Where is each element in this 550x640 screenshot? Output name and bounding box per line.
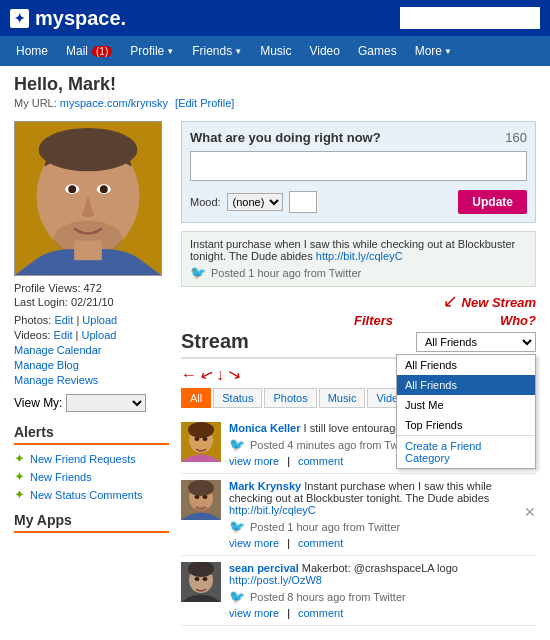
edit-profile-link[interactable]: [Edit Profile] [175, 97, 234, 109]
videos-edit-link[interactable]: Edit [54, 329, 73, 341]
tweet-meta: 🐦 Posted 1 hour ago from Twitter [190, 265, 527, 280]
profile-photo-svg [15, 121, 161, 276]
dropdown-create-category[interactable]: Create a Friend Category [397, 436, 535, 468]
nav-friends[interactable]: Friends ▼ [184, 40, 250, 62]
manage-calendar-link[interactable]: Manage Calendar [14, 344, 101, 356]
manage-blog-link[interactable]: Manage Blog [14, 359, 79, 371]
status-textarea[interactable] [190, 151, 527, 181]
stream-name-mark[interactable]: Mark Krynsky [229, 480, 301, 492]
tab-music[interactable]: Music [319, 388, 366, 408]
videos-upload-link[interactable]: Upload [82, 329, 117, 341]
stream-meta-sean: 🐦 Posted 8 hours ago from Twitter [229, 589, 536, 604]
comment-sean[interactable]: comment [298, 607, 343, 619]
arrow-down-2-icon: ↓ [216, 366, 224, 384]
photos-row: Photos: Edit | Upload [14, 314, 169, 326]
stream-link-sean[interactable]: http://post.ly/OzW8 [229, 574, 322, 586]
close-mark[interactable]: ✕ [524, 504, 536, 520]
nav-music[interactable]: Music [252, 40, 299, 62]
alert-status-comments[interactable]: ✦ New Status Comments [14, 487, 169, 502]
manage-blog-row[interactable]: Manage Blog [14, 359, 169, 371]
view-more-sean[interactable]: view more [229, 607, 279, 619]
twitter-icon-sean: 🐦 [229, 589, 245, 604]
stream-link-mark[interactable]: http://bit.ly/cqleyC [229, 504, 316, 516]
manage-reviews-link[interactable]: Manage Reviews [14, 374, 98, 386]
search-input[interactable] [400, 7, 540, 29]
hello-section: Hello, Mark! My URL: myspace.com/krynsky… [0, 66, 550, 113]
search-box[interactable] [400, 7, 540, 29]
avatar-sean [181, 562, 221, 602]
tab-all[interactable]: All [181, 388, 211, 408]
hello-title: Hello, Mark! [14, 74, 536, 95]
filters-annotation: Filters [211, 313, 536, 328]
mood-row: Mood: (none) Update [190, 190, 527, 214]
status-box: What are you doing right now? 160 Mood: … [181, 121, 536, 223]
nav-video[interactable]: Video [301, 40, 347, 62]
profile-links: Photos: Edit | Upload Videos: Edit | Upl… [14, 314, 169, 386]
stream-name-sean[interactable]: sean percival [229, 562, 299, 574]
logo: ✦ myspace. [10, 7, 126, 30]
alert-new-friends[interactable]: ✦ New Friends [14, 469, 169, 484]
dropdown-just-me[interactable]: Just Me [397, 395, 535, 415]
twitter-icon-monica: 🐦 [229, 437, 245, 452]
manage-reviews-row[interactable]: Manage Reviews [14, 374, 169, 386]
dropdown-all-friends-selected[interactable]: All Friends [397, 375, 535, 395]
alert-label-1: New Friend Requests [30, 453, 136, 465]
view-my-label: View My: [14, 396, 62, 410]
svg-point-23 [195, 577, 200, 581]
view-my-select[interactable] [66, 394, 146, 412]
right-column: What are you doing right now? 160 Mood: … [181, 121, 536, 626]
sep-sean: | [287, 607, 290, 619]
update-button[interactable]: Update [458, 190, 527, 214]
comment-monica[interactable]: comment [298, 455, 343, 467]
tab-photos[interactable]: Photos [264, 388, 316, 408]
profile-arrow-icon: ▼ [166, 47, 174, 56]
stream-filter-select[interactable]: All Friends Just Me Top Friends [416, 332, 536, 352]
filters-label: Filters [354, 313, 393, 328]
nav-more[interactable]: More ▼ [407, 40, 460, 62]
who-annotation: Who? [500, 313, 536, 328]
nav-profile[interactable]: Profile ▼ [122, 40, 182, 62]
avatar-monica [181, 422, 221, 462]
tab-status[interactable]: Status [213, 388, 262, 408]
stream-name-monica[interactable]: Monica Keller [229, 422, 301, 434]
login-date: 02/21/10 [71, 296, 114, 308]
sep-mark: | [287, 537, 290, 549]
photos-upload-link[interactable]: Upload [82, 314, 117, 326]
alerts-section: Alerts ✦ New Friend Requests ✦ New Frien… [14, 424, 169, 502]
stream-actions-sean: view more | comment [229, 607, 536, 619]
twitter-icon-mark: 🐦 [229, 519, 245, 534]
url-link[interactable]: myspace.com/krynsky [60, 97, 168, 109]
stream-time-monica: Posted 4 minutes ago from Twitter [250, 439, 417, 451]
stream-header: Stream All Friends Just Me Top Friends A… [181, 330, 536, 359]
alerts-title: Alerts [14, 424, 169, 445]
dropdown-top-friends[interactable]: Top Friends [397, 415, 535, 435]
nav-games[interactable]: Games [350, 40, 405, 62]
mood-select[interactable]: (none) [227, 193, 283, 211]
mood-color-picker[interactable] [289, 191, 317, 213]
alert-label-2: New Friends [30, 471, 92, 483]
main-content: Profile Views: 472 Last Login: 02/21/10 … [0, 113, 550, 634]
view-more-monica[interactable]: view more [229, 455, 279, 467]
alert-icon-3: ✦ [14, 487, 25, 502]
manage-calendar-row[interactable]: Manage Calendar [14, 344, 169, 356]
friends-arrow-icon: ▼ [234, 47, 242, 56]
stream-text-sean: Makerbot: @crashspaceLA logo [302, 562, 458, 574]
photos-edit-link[interactable]: Edit [54, 314, 73, 326]
arrow-down-1-icon: ↙ [197, 363, 216, 385]
dropdown-all-friends[interactable]: All Friends [397, 355, 535, 375]
new-stream-arrow-icon: ↗ [443, 291, 458, 313]
tweet-link[interactable]: http://bit.ly/cqleyC [316, 250, 403, 262]
nav-bar: Home Mail (1) Profile ▼ Friends ▼ Music … [0, 36, 550, 66]
nav-mail[interactable]: Mail (1) [58, 40, 120, 62]
comment-mark[interactable]: comment [298, 537, 343, 549]
tweet-meta-text: Posted 1 hour ago from Twitter [211, 267, 361, 279]
sep-monica: | [287, 455, 290, 467]
nav-home[interactable]: Home [8, 40, 56, 62]
tweet-post: Instant purchase when I saw this while c… [181, 231, 536, 287]
arrow-right-down-icon: ↘ [225, 364, 242, 386]
profile-views: Profile Views: 472 [14, 282, 169, 294]
view-more-mark[interactable]: view more [229, 537, 279, 549]
logo-icon: ✦ [10, 9, 29, 28]
svg-point-18 [203, 495, 208, 499]
alert-friend-requests[interactable]: ✦ New Friend Requests [14, 451, 169, 466]
